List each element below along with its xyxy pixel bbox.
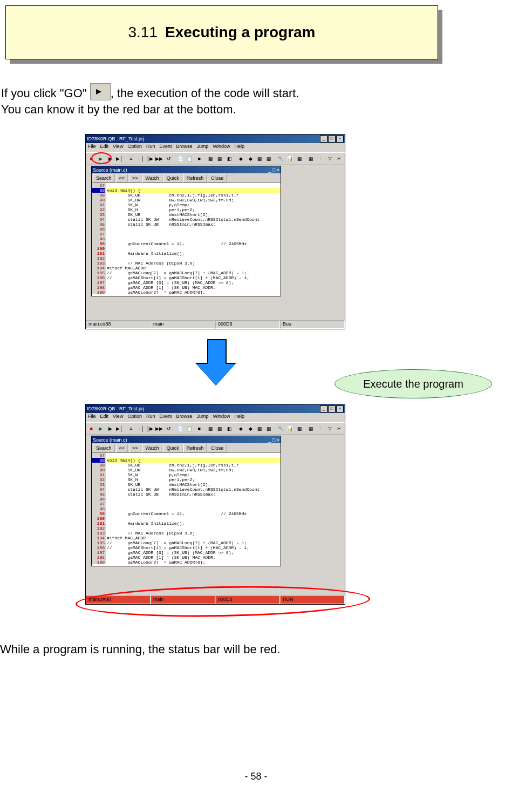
menu-file[interactable]: File <box>88 144 96 152</box>
toolbar: ■ ▶ ▶ ▶│ ≡ →│ │▶ ▶▶ ↺ 📄 📋 ■ ▦ ▦ ◧ ◆ ◆ ▦ … <box>86 152 345 165</box>
prev-button[interactable]: << <box>116 444 128 452</box>
refresh-button[interactable]: Refresh <box>183 174 207 182</box>
watch-button[interactable]: Watch <box>142 444 162 452</box>
tool-icon[interactable]: 🔧 <box>276 154 285 164</box>
step-button[interactable]: ▶ <box>106 424 114 434</box>
tool-icon[interactable]: 📋 <box>185 154 194 164</box>
tool-icon[interactable]: ◧ <box>225 424 234 434</box>
menu-option[interactable]: Option <box>127 144 142 152</box>
quick-button[interactable]: Quick <box>163 444 182 452</box>
menu-edit[interactable]: Edit <box>100 144 109 152</box>
flag-icon[interactable]: ▽ <box>325 154 334 164</box>
minimize-icon[interactable]: _ <box>268 437 271 443</box>
menu-help[interactable]: Help <box>235 414 245 422</box>
refresh-button[interactable]: Refresh <box>183 444 207 452</box>
tool-icon[interactable]: ◆ <box>236 154 245 164</box>
titlebar: ID78K0R-QB : RF_Test.prj _ □ × <box>86 404 345 413</box>
maximize-icon[interactable]: □ <box>272 437 275 443</box>
step-into-button[interactable]: →│ <box>136 154 145 164</box>
go-button[interactable]: ▶ <box>96 424 105 434</box>
tool-icon[interactable]: ✂ <box>335 154 344 164</box>
tool-icon[interactable]: ◆ <box>236 424 245 434</box>
warning-icon[interactable]: ! <box>316 424 325 434</box>
tool-icon[interactable]: ◧ <box>225 154 234 164</box>
menu-browse[interactable]: Browse <box>176 414 192 422</box>
menu-view[interactable]: View <box>113 414 123 422</box>
window-title: ID78K0R-QB : RF_Test.prj <box>87 136 144 141</box>
step-over-button[interactable]: ▶│ <box>115 154 124 164</box>
step-into-button[interactable]: →│ <box>136 424 145 434</box>
tool-icon[interactable]: ■ <box>195 154 203 164</box>
maximize-icon[interactable]: □ <box>272 167 275 173</box>
tool-icon[interactable]: ■ <box>195 424 203 434</box>
maximize-icon[interactable]: □ <box>328 136 336 143</box>
tool-icon[interactable]: 📊 <box>285 424 294 434</box>
warning-icon[interactable]: ! <box>316 154 325 164</box>
menu-edit[interactable]: Edit <box>100 414 109 422</box>
tool-icon[interactable]: 📄 <box>176 154 185 164</box>
code-area: 8788899091929394959697989910010110210310… <box>92 183 281 294</box>
minimize-icon[interactable]: _ <box>268 167 271 173</box>
menu-window[interactable]: Window <box>213 414 230 422</box>
menu-window[interactable]: Window <box>213 144 230 152</box>
tool-icon[interactable]: 📊 <box>285 154 294 164</box>
pause-button[interactable]: ≡ <box>127 154 135 164</box>
close-icon[interactable]: × <box>277 167 279 173</box>
close-button[interactable]: Close <box>208 444 227 452</box>
quick-button[interactable]: Quick <box>163 174 182 182</box>
menu-help[interactable]: Help <box>235 144 245 152</box>
menu-jump[interactable]: Jump <box>196 414 208 422</box>
tool-icon[interactable]: ▦ <box>216 154 224 164</box>
tool-icon[interactable]: ▦ <box>265 424 274 434</box>
next-button[interactable]: >> <box>129 444 141 452</box>
menu-run[interactable]: Run <box>146 414 155 422</box>
tool-icon[interactable]: ▦ <box>255 424 264 434</box>
tool-icon[interactable]: 📄 <box>176 424 185 434</box>
tool-icon[interactable]: ▦ <box>255 154 264 164</box>
run-to-button[interactable]: ▶▶ <box>155 424 163 434</box>
menu-file[interactable]: File <box>88 414 96 422</box>
tool-icon[interactable]: ▦ <box>306 424 315 434</box>
tool-icon[interactable]: 🔧 <box>276 424 285 434</box>
tool-icon[interactable]: ▦ <box>306 154 315 164</box>
menu-option[interactable]: Option <box>127 414 142 422</box>
tool-icon[interactable]: ▦ <box>265 154 274 164</box>
run-to-button[interactable]: ▶▶ <box>155 154 163 164</box>
tool-icon[interactable]: ◆ <box>246 154 255 164</box>
watch-button[interactable]: Watch <box>142 174 162 182</box>
minimize-icon[interactable]: _ <box>320 405 327 412</box>
restart-button[interactable]: ↺ <box>165 424 173 434</box>
minimize-icon[interactable]: _ <box>320 136 327 143</box>
menu-run[interactable]: Run <box>146 144 155 152</box>
maximize-icon[interactable]: □ <box>328 405 336 412</box>
tool-icon[interactable]: 📋 <box>185 424 194 434</box>
flag-icon[interactable]: ▽ <box>325 424 334 434</box>
tool-icon[interactable]: ▦ <box>295 154 304 164</box>
menu-jump[interactable]: Jump <box>196 144 208 152</box>
close-icon[interactable]: × <box>277 437 279 443</box>
close-button[interactable]: Close <box>208 174 227 182</box>
next-button[interactable]: >> <box>129 174 141 182</box>
tool-icon[interactable]: ✂ <box>335 424 344 434</box>
search-button[interactable]: Search <box>93 174 115 182</box>
step-out-button[interactable]: │▶ <box>146 154 154 164</box>
step-out-button[interactable]: │▶ <box>146 424 154 434</box>
pause-button[interactable]: ≡ <box>127 424 135 434</box>
tool-icon[interactable]: ◆ <box>246 424 255 434</box>
source-title-text: Source (main.c) <box>93 167 127 173</box>
search-button[interactable]: Search <box>93 444 115 452</box>
stop-button[interactable]: ■ <box>87 424 95 434</box>
close-icon[interactable]: × <box>336 405 344 412</box>
tool-icon[interactable]: ▦ <box>295 424 304 434</box>
menu-view[interactable]: View <box>113 144 123 152</box>
prev-button[interactable]: << <box>116 174 128 182</box>
menu-event[interactable]: Event <box>159 144 172 152</box>
menu-event[interactable]: Event <box>159 414 172 422</box>
menu-browse[interactable]: Browse <box>176 144 192 152</box>
tool-icon[interactable]: ▦ <box>206 424 215 434</box>
tool-icon[interactable]: ▦ <box>216 424 224 434</box>
step-over-button[interactable]: ▶│ <box>115 424 124 434</box>
restart-button[interactable]: ↺ <box>165 154 173 164</box>
close-icon[interactable]: × <box>336 136 344 143</box>
tool-icon[interactable]: ▦ <box>206 154 215 164</box>
